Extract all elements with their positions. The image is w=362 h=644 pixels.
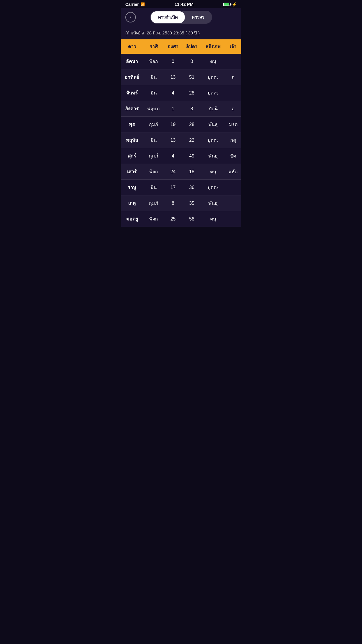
table-row: พุธกุมภ์1928พันธุมรต: [121, 117, 241, 132]
cell-rasi: พฤษภ: [143, 101, 164, 117]
cell-dao: จันทร์: [121, 85, 143, 101]
cell-chao: [225, 85, 241, 101]
lightning-icon: ⚡: [232, 2, 237, 7]
cell-chao: ก: [225, 69, 241, 85]
cell-rasi: พิจก: [143, 211, 164, 227]
cell-chao: กดุ: [225, 132, 241, 148]
cell-sathit: ปุตตะ: [201, 85, 225, 101]
cell-lipda: 22: [182, 132, 201, 148]
cell-rasi: กุมภ์: [143, 117, 164, 132]
cell-rasi: มีน: [143, 180, 164, 195]
cell-lipda: 49: [182, 148, 201, 164]
cell-sathit: ตนุ: [201, 164, 225, 180]
table-header: ดาว ราศี องศา ลิปดา สถิตภพ เจ้า: [121, 39, 241, 54]
cell-chao: [225, 180, 241, 195]
cell-sathit: ปัตนิ: [201, 101, 225, 117]
cell-rasi: มีน: [143, 69, 164, 85]
cell-ongsa: 25: [164, 211, 182, 227]
col-ongsa: องศา: [164, 39, 182, 54]
cell-dao: ศุกร์: [121, 148, 143, 164]
cell-ongsa: 0: [164, 54, 182, 69]
cell-lipda: 28: [182, 117, 201, 132]
cell-chao: สหัต: [225, 164, 241, 180]
cell-sathit: ปุตตะ: [201, 180, 225, 195]
table-container: ดาว ราศี องศา ลิปดา สถิตภพ เจ้า ลัคนาพิจ…: [121, 39, 241, 227]
table-row: พฤหัสมีน1322ปุตตะกดุ: [121, 132, 241, 148]
cell-lipda: 58: [182, 211, 201, 227]
cell-chao: ปัต: [225, 148, 241, 164]
table-body: ลัคนาพิจก00ตนุอาทิตย์มีน1351ปุตตะกจันทร์…: [121, 54, 241, 227]
cell-lipda: 8: [182, 101, 201, 117]
cell-ongsa: 4: [164, 148, 182, 164]
col-dao: ดาว: [121, 39, 143, 54]
cell-chao: อ: [225, 101, 241, 117]
tab-born[interactable]: ดาวกำเนิด: [151, 11, 185, 23]
table-row: อังคารพฤษภ18ปัตนิอ: [121, 101, 241, 117]
cell-rasi: พิจก: [143, 164, 164, 180]
cell-rasi: กุมภ์: [143, 148, 164, 164]
cell-ongsa: 13: [164, 69, 182, 85]
cell-sathit: ปุตตะ: [201, 132, 225, 148]
col-sathit: สถิตภพ: [201, 39, 225, 54]
cell-sathit: พันธุ: [201, 148, 225, 164]
cell-lipda: 28: [182, 85, 201, 101]
wifi-icon: 📶: [140, 2, 145, 6]
cell-rasi: มีน: [143, 132, 164, 148]
bottom-area: [121, 227, 241, 285]
battery-icon: [223, 3, 231, 6]
back-button[interactable]: ‹: [125, 12, 136, 22]
table-row: จันทร์มีน428ปุตตะ: [121, 85, 241, 101]
status-bar: Carrier 📶 11:42 PM ⚡: [121, 0, 241, 8]
cell-ongsa: 4: [164, 85, 182, 101]
cell-sathit: ตนุ: [201, 54, 225, 69]
cell-sathit: ปุตตะ: [201, 69, 225, 85]
cell-ongsa: 24: [164, 164, 182, 180]
cell-lipda: 36: [182, 180, 201, 195]
cell-sathit: พันธุ: [201, 117, 225, 132]
cell-ongsa: 19: [164, 117, 182, 132]
cell-ongsa: 8: [164, 195, 182, 211]
cell-dao: เกตุ: [121, 195, 143, 211]
col-rasi: ราศี: [143, 39, 164, 54]
status-time: 11:42 PM: [175, 2, 194, 7]
cell-chao: [225, 195, 241, 211]
tab-switcher: ดาวกำเนิด ดาวจร: [150, 11, 212, 24]
astrology-table: ดาว ราศี องศา ลิปดา สถิตภพ เจ้า ลัคนาพิจ…: [121, 39, 241, 227]
header-row: ดาว ราศี องศา ลิปดา สถิตภพ เจ้า: [121, 39, 241, 54]
cell-dao: อาทิตย์: [121, 69, 143, 85]
table-row: ศุกร์กุมภ์449พันธุปัต: [121, 148, 241, 164]
cell-dao: เสาร์: [121, 164, 143, 180]
status-left: Carrier 📶: [125, 2, 145, 7]
cell-dao: มฤตยู: [121, 211, 143, 227]
table-row: อาทิตย์มีน1351ปุตตะก: [121, 69, 241, 85]
cell-dao: ลัคนา: [121, 54, 143, 69]
cell-lipda: 0: [182, 54, 201, 69]
table-row: ลัคนาพิจก00ตนุ: [121, 54, 241, 69]
cell-dao: พฤหัส: [121, 132, 143, 148]
cell-dao: อังคาร: [121, 101, 143, 117]
cell-lipda: 51: [182, 69, 201, 85]
cell-dao: พุธ: [121, 117, 143, 132]
cell-rasi: พิจก: [143, 54, 164, 69]
carrier-text: Carrier: [125, 2, 139, 7]
date-info-text: (กำเนิด) ส. 28 มี.ค. 2530 23:35 ( 30 ปี …: [125, 30, 200, 35]
cell-sathit: ตนุ: [201, 211, 225, 227]
battery-fill: [224, 3, 229, 6]
cell-ongsa: 17: [164, 180, 182, 195]
cell-chao: [225, 54, 241, 69]
col-lipda: ลิปดา: [182, 39, 201, 54]
table-row: มฤตยูพิจก2558ตนุ: [121, 211, 241, 227]
cell-chao: [225, 211, 241, 227]
table-row: เกตุกุมภ์835พันธุ: [121, 195, 241, 211]
tab-transit[interactable]: ดาวจร: [185, 11, 211, 23]
cell-ongsa: 1: [164, 101, 182, 117]
header: ‹ ดาวกำเนิด ดาวจร: [121, 8, 241, 27]
cell-lipda: 18: [182, 164, 201, 180]
table-row: เสาร์พิจก2418ตนุสหัต: [121, 164, 241, 180]
cell-chao: มรต: [225, 117, 241, 132]
cell-lipda: 35: [182, 195, 201, 211]
cell-dao: ราหู: [121, 180, 143, 195]
date-info: (กำเนิด) ส. 28 มี.ค. 2530 23:35 ( 30 ปี …: [121, 27, 241, 39]
cell-rasi: กุมภ์: [143, 195, 164, 211]
cell-sathit: พันธุ: [201, 195, 225, 211]
